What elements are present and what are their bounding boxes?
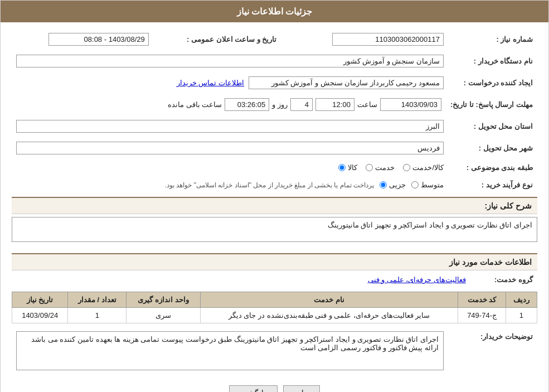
purchase-type-option-medium: متوسط (411, 181, 444, 189)
need-number-label: شماره نیاز : (448, 31, 537, 48)
print-button[interactable]: چاپ (283, 385, 320, 392)
services-table: ردیف کد خدمت نام خدمت واحد اندازه گیری ت… (12, 292, 537, 323)
need-description-box: اجرای اتاق نظارت تصویری و ایجاد استراکچر… (12, 217, 537, 242)
back-button[interactable]: بازگشت (229, 385, 278, 392)
city-label: شهر محل تحویل : (448, 139, 537, 157)
deadline-label: مهلت ارسال پاسخ: تا تاریخ: (446, 96, 537, 113)
announce-date-value: 1403/08/29 - 08:08 (12, 31, 153, 48)
rooz-label: روز و (272, 100, 288, 109)
deadline-days-input: 4 (290, 98, 313, 111)
info-table-4: مهلت ارسال پاسخ: تا تاریخ: 1403/09/03 سا… (12, 96, 537, 113)
service-group-value: فعالیت‌های حرفه‌ای، علمی و فنی (12, 273, 470, 286)
page-header: جزئیات اطلاعات نیاز (1, 1, 548, 22)
row-service-group: گروه خدمت: فعالیت‌های حرفه‌ای، علمی و فن… (12, 273, 537, 286)
row-city: شهر محل تحویل : فردیس (12, 139, 537, 157)
category-option-goods: کالا (338, 163, 357, 172)
deadline-value: 1403/09/03 ساعت 12:00 4 روز و 03:26:05 (12, 96, 446, 113)
saet-baqi-label: ساعت باقی مانده (168, 100, 222, 109)
col-row-num: ردیف (506, 292, 537, 308)
purchase-type-note: پرداخت تمام یا بخشی از مبلغ خریدار از مح… (165, 181, 374, 189)
category-radio-service[interactable] (366, 164, 373, 171)
need-description-section-title: شرح کلی نیاز: (12, 197, 537, 214)
org-name-input: سازمان سنجش و آموزش کشور (16, 55, 444, 67)
info-table-2: نام دستگاه خریدار : سازمان سنجش و آموزش … (12, 52, 537, 70)
saet-label: ساعت (357, 100, 377, 109)
creator-value: مسعود رحیمی کاربرداز سازمان سنجش و آموزش… (12, 74, 448, 91)
row-deadline: مهلت ارسال پاسخ: تا تاریخ: 1403/09/03 سا… (12, 96, 537, 113)
province-value: البرز (12, 118, 448, 135)
purchase-type-radio-medium[interactable] (411, 181, 419, 188)
table-row: 1 ج-74-749 سایر فعالیت‌های حرفه‌ای، علمی… (12, 308, 537, 323)
col-service-code: کد خدمت (458, 292, 506, 308)
deadline-fields: 1403/09/03 ساعت 12:00 4 روز و 03:26:05 (16, 98, 441, 111)
org-name-label: نام دستگاه خریدار : (448, 52, 537, 70)
info-table-8: نوع فرآیند خرید : متوسط جزیی (12, 178, 537, 191)
row-province: استان محل تحویل : البرز (12, 118, 537, 135)
info-table-3: ایجاد کننده درخواست : مسعود رحیمی کاربرد… (12, 74, 537, 91)
deadline-remaining-input: 03:26:05 (225, 98, 269, 111)
services-table-header-row: ردیف کد خدمت نام خدمت واحد اندازه گیری ت… (12, 292, 537, 308)
category-label: طبقه بندی موضوعی : (448, 161, 537, 174)
services-table-header: ردیف کد خدمت نام خدمت واحد اندازه گیری ت… (12, 292, 537, 308)
info-table-7: طبقه بندی موضوعی : کالا/خدمت خدمت کالا (12, 161, 537, 174)
category-radio-group: کالا/خدمت خدمت کالا (16, 163, 444, 172)
row-category: طبقه بندی موضوعی : کالا/خدمت خدمت کالا (12, 161, 537, 174)
page-content: شماره نیاز : 1103003062000117 تاریخ و سا… (1, 22, 548, 392)
contact-link[interactable]: اطلاعات تماس خریدار (177, 79, 244, 87)
row-buyer-notes: توضیحات خریدار: اجرای اتاق نظارت تصویری … (12, 329, 537, 372)
cell-service-name: سایر فعالیت‌های حرفه‌ای، علمی و فنی طبقه… (200, 308, 458, 323)
page-title: جزئیات اطلاعات نیاز (237, 7, 313, 16)
cell-need-date: 1403/09/24 (12, 308, 68, 323)
announce-date-input: 1403/08/29 - 08:08 (48, 33, 149, 46)
purchase-type-option-minor: جزیی (380, 181, 406, 189)
purchase-type-row: متوسط جزیی پرداخت تمام یا بخشی از مبلغ خ… (16, 181, 444, 189)
category-option-service-goods: کالا/خدمت (403, 163, 444, 172)
category-radio-goods-service[interactable] (403, 164, 410, 171)
service-group-link[interactable]: فعالیت‌های حرفه‌ای، علمی و فنی (368, 275, 466, 284)
row-org-name: نام دستگاه خریدار : سازمان سنجش و آموزش … (12, 52, 537, 70)
info-table-5: استان محل تحویل : البرز (12, 118, 537, 135)
info-table-service-group: گروه خدمت: فعالیت‌های حرفه‌ای، علمی و فن… (12, 273, 537, 286)
col-quantity: تعداد / مقدار (68, 292, 127, 308)
purchase-type-radio-group: متوسط جزیی (380, 181, 444, 189)
cell-row-num: 1 (506, 308, 537, 323)
buyer-notes-label: توضیحات خریدار: (448, 329, 537, 372)
province-label: استان محل تحویل : (448, 118, 537, 135)
button-row: چاپ بازگشت (12, 377, 537, 392)
city-value: فردیس (12, 139, 448, 157)
cell-quantity: 1 (68, 308, 127, 323)
service-group-label: گروه خدمت: (470, 273, 537, 286)
org-name-value: سازمان سنجش و آموزش کشور (12, 52, 448, 70)
city-input: فردیس (16, 142, 444, 154)
deadline-time-input: 12:00 (315, 98, 354, 111)
creator-label: ایجاد کننده درخواست : (448, 74, 537, 91)
category-radio-goods[interactable] (338, 164, 346, 171)
need-number-input: 1103003062000117 (332, 33, 444, 46)
deadline-date-input: 1403/09/03 (380, 98, 441, 111)
buyer-notes-box: اجرای اتاق نظارت تصویری و ایجاد استراکچر… (16, 331, 444, 370)
creator-input: مسعود رحیمی کاربرداز سازمان سنجش و آموزش… (249, 76, 444, 89)
service-info-section-title: اطلاعات خدمات مورد نیاز (12, 253, 537, 270)
services-table-body: 1 ج-74-749 سایر فعالیت‌های حرفه‌ای، علمی… (12, 308, 537, 323)
cell-service-code: ج-74-749 (458, 308, 506, 323)
row-purchase-type: نوع فرآیند خرید : متوسط جزیی (12, 178, 537, 191)
cell-unit: سری (127, 308, 200, 323)
col-need-date: تاریخ نیاز (12, 292, 68, 308)
buyer-notes-value: اجرای اتاق نظارت تصویری و ایجاد استراکچر… (12, 329, 448, 372)
province-input: البرز (16, 120, 444, 133)
row-need-number: شماره نیاز : 1103003062000117 تاریخ و سا… (12, 31, 537, 48)
purchase-type-radio-minor[interactable] (380, 181, 387, 188)
info-table-6: شهر محل تحویل : فردیس (12, 139, 537, 157)
col-service-name: نام خدمت (200, 292, 458, 308)
col-unit: واحد اندازه گیری (127, 292, 200, 308)
category-value: کالا/خدمت خدمت کالا (12, 161, 448, 174)
need-description-container: اجرای اتاق نظارت تصویری و ایجاد استراکچر… (12, 217, 537, 248)
need-number-value: 1103003062000117 (292, 31, 448, 48)
purchase-type-label: نوع فرآیند خرید : (448, 178, 537, 191)
purchase-type-value: متوسط جزیی پرداخت تمام یا بخشی از مبلغ خ… (12, 178, 448, 191)
page-wrapper: جزئیات اطلاعات نیاز شماره نیاز : 1103003… (0, 0, 549, 392)
info-table-buyer-notes: توضیحات خریدار: اجرای اتاق نظارت تصویری … (12, 329, 537, 372)
category-option-service: خدمت (366, 163, 395, 172)
info-table-1: شماره نیاز : 1103003062000117 تاریخ و سا… (12, 31, 537, 48)
row-creator: ایجاد کننده درخواست : مسعود رحیمی کاربرد… (12, 74, 537, 91)
